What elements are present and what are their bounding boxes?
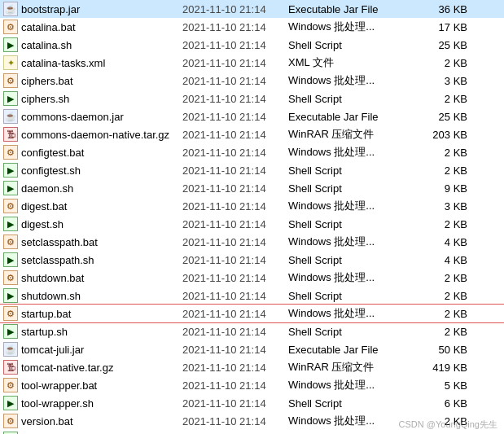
- xml-icon: ✦: [3, 55, 18, 70]
- table-row[interactable]: ⚙configtest.bat2021-11-10 21:14Windows 批…: [0, 143, 504, 161]
- file-name: ⚙configtest.bat: [3, 145, 182, 160]
- file-type: Shell Script: [288, 254, 410, 266]
- bat-icon: ⚙: [3, 145, 18, 160]
- file-name: ▶tool-wrapper.sh: [3, 396, 182, 410]
- file-date: 2021-11-10 21:14: [182, 57, 288, 69]
- file-type: Windows 批处理...: [288, 145, 410, 160]
- table-row[interactable]: ⚙digest.bat2021-11-10 21:14Windows 批处理..…: [0, 197, 504, 215]
- bat-icon: ⚙: [3, 378, 18, 392]
- file-date: 2021-11-10 21:14: [182, 344, 288, 356]
- file-date: 2021-11-10 21:14: [182, 75, 288, 87]
- table-row[interactable]: ▶daemon.sh2021-11-10 21:14Shell Script9 …: [0, 179, 504, 197]
- file-name: ⚙shutdown.bat: [3, 270, 182, 285]
- file-date: 2021-11-10 21:14: [182, 308, 288, 320]
- file-type: Executable Jar File: [288, 3, 410, 15]
- file-type: Shell Script: [288, 290, 410, 302]
- file-size: 2 KB: [410, 290, 467, 302]
- gz-icon: 🗜: [3, 127, 18, 142]
- file-date: 2021-11-10 21:14: [182, 111, 288, 123]
- sh-icon: ▶: [3, 288, 18, 303]
- jar-icon: ☕: [3, 2, 18, 16]
- file-date: 2021-11-10 21:14: [182, 164, 288, 177]
- file-date: 2021-11-10 21:14: [182, 236, 288, 248]
- file-type: Shell Script: [288, 182, 410, 195]
- file-name: ☕commons-daemon.jar: [3, 109, 182, 124]
- table-row[interactable]: ⚙startup.bat2021-11-10 21:14Windows 批处理.…: [0, 305, 504, 322]
- table-row[interactable]: ▶configtest.sh2021-11-10 21:14Shell Scri…: [0, 161, 504, 179]
- table-row[interactable]: ☕bootstrap.jar2021-11-10 21:14Executable…: [0, 0, 504, 18]
- table-row[interactable]: 🗜commons-daemon-native.tar.gz2021-11-10 …: [0, 125, 504, 143]
- file-name: ▶daemon.sh: [3, 181, 182, 195]
- file-size: 4 KB: [410, 254, 467, 266]
- file-type: Shell Script: [288, 218, 410, 230]
- file-type: Windows 批处理...: [288, 270, 410, 285]
- file-type: Executable Jar File: [288, 344, 410, 356]
- jar-icon: ☕: [3, 109, 18, 124]
- file-date: 2021-11-10 21:14: [182, 254, 288, 266]
- bat-icon: ⚙: [3, 199, 18, 213]
- table-row[interactable]: ▶ciphers.sh2021-11-10 21:14Shell Script2…: [0, 90, 504, 107]
- table-row[interactable]: ☕commons-daemon.jar2021-11-10 21:14Execu…: [0, 107, 504, 125]
- file-size: 5 KB: [410, 379, 467, 392]
- file-type: XML 文件: [288, 55, 410, 70]
- file-date: 2021-11-10 21:14: [182, 397, 288, 410]
- file-name: ⚙startup.bat: [3, 306, 182, 321]
- table-row[interactable]: ⚙catalina.bat2021-11-10 21:14Windows 批处理…: [0, 18, 504, 36]
- file-date: 2021-11-10 21:14: [182, 379, 288, 392]
- file-size: 9 KB: [410, 182, 467, 195]
- file-date: 2021-11-10 21:14: [182, 147, 288, 159]
- file-date: 2021-11-10 21:14: [182, 362, 288, 374]
- table-row[interactable]: ⚙tool-wrapper.bat2021-11-10 21:14Windows…: [0, 376, 504, 394]
- table-row[interactable]: ✦catalina-tasks.xml2021-11-10 21:14XML 文…: [0, 54, 504, 72]
- file-type: Shell Script: [288, 164, 410, 177]
- file-name: ⚙ciphers.bat: [3, 73, 182, 88]
- file-size: 50 KB: [410, 344, 467, 356]
- file-size: 2 KB: [410, 147, 467, 159]
- file-name: ⚙catalina.bat: [3, 20, 182, 34]
- watermark: CSDN @YoungQing先生: [399, 419, 497, 431]
- file-list: ☕bootstrap.jar2021-11-10 21:14Executable…: [0, 0, 504, 434]
- bat-icon: ⚙: [3, 73, 18, 88]
- sh-icon: ▶: [3, 324, 18, 339]
- table-row[interactable]: ⚙ciphers.bat2021-11-10 21:14Windows 批处理.…: [0, 72, 504, 90]
- file-type: Windows 批处理...: [288, 306, 410, 321]
- table-row[interactable]: ⚙shutdown.bat2021-11-10 21:14Windows 批处理…: [0, 269, 504, 287]
- table-row[interactable]: ▶shutdown.sh2021-11-10 21:14Shell Script…: [0, 287, 504, 305]
- sh-icon: ▶: [3, 37, 18, 52]
- file-type: Windows 批处理...: [288, 199, 410, 213]
- file-name: 🗜commons-daemon-native.tar.gz: [3, 127, 182, 142]
- file-name: ☕tomcat-juli.jar: [3, 342, 182, 357]
- table-row[interactable]: ▶catalina.sh2021-11-10 21:14Shell Script…: [0, 36, 504, 54]
- file-size: 2 KB: [410, 326, 467, 338]
- file-date: 2021-11-10 21:14: [182, 93, 288, 105]
- table-row[interactable]: ▶startup.sh2021-11-10 21:14Shell Script2…: [0, 322, 504, 340]
- bat-icon: ⚙: [3, 414, 18, 428]
- sh-icon: ▶: [3, 181, 18, 195]
- file-size: 203 KB: [410, 129, 467, 141]
- file-type: WinRAR 压缩文件: [288, 127, 410, 142]
- file-date: 2021-11-10 21:14: [182, 290, 288, 302]
- file-name: ▶shutdown.sh: [3, 288, 182, 303]
- file-name: ▶setclasspath.sh: [3, 252, 182, 267]
- jar-icon: ☕: [3, 342, 18, 357]
- file-name: ▶configtest.sh: [3, 163, 182, 178]
- file-size: 2 KB: [410, 218, 467, 230]
- table-row[interactable]: ▶tool-wrapper.sh2021-11-10 21:14Shell Sc…: [0, 394, 504, 412]
- table-row[interactable]: ⚙setclasspath.bat2021-11-10 21:14Windows…: [0, 233, 504, 251]
- file-name: ▶digest.sh: [3, 217, 182, 231]
- file-type: Shell Script: [288, 39, 410, 51]
- file-date: 2021-11-10 21:14: [182, 129, 288, 141]
- file-name: ▶startup.sh: [3, 324, 182, 339]
- table-row[interactable]: ▶digest.sh2021-11-10 21:14Shell Script2 …: [0, 215, 504, 233]
- table-row[interactable]: ▶setclasspath.sh2021-11-10 21:14Shell Sc…: [0, 251, 504, 269]
- file-name: 🗜tomcat-native.tar.gz: [3, 360, 182, 375]
- file-date: 2021-11-10 21:14: [182, 21, 288, 33]
- table-row[interactable]: ☕tomcat-juli.jar2021-11-10 21:14Executab…: [0, 340, 504, 358]
- file-size: 2 KB: [410, 272, 467, 284]
- file-size: 3 KB: [410, 200, 467, 213]
- file-type: Shell Script: [288, 397, 410, 410]
- file-date: 2021-11-10 21:14: [182, 272, 288, 284]
- table-row[interactable]: 🗜tomcat-native.tar.gz2021-11-10 21:14Win…: [0, 358, 504, 376]
- file-name: ⚙setclasspath.bat: [3, 235, 182, 249]
- gz-icon: 🗜: [3, 360, 18, 375]
